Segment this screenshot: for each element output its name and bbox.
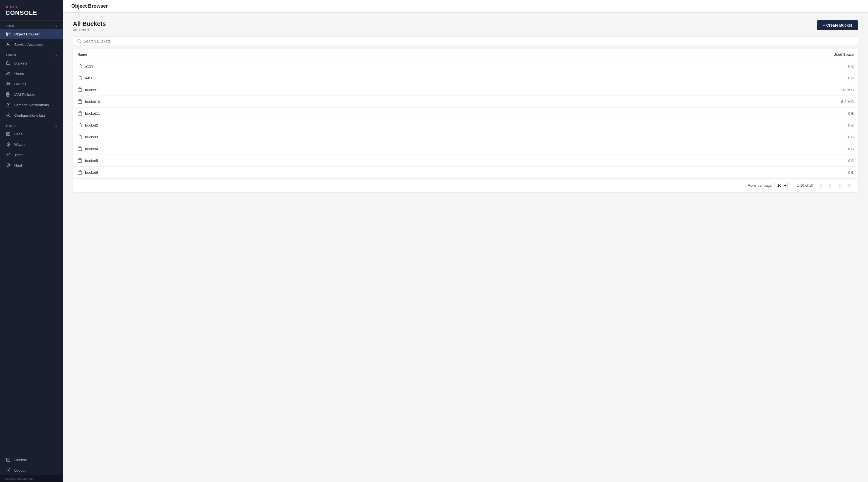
heal-icon [5, 162, 11, 168]
svg-point-8 [9, 72, 10, 73]
watch-icon [5, 142, 11, 147]
svg-line-29 [80, 42, 81, 43]
bucket-name: bucket3 [85, 135, 98, 139]
sidebar-item-service-accounts[interactable]: Service Accounts [0, 39, 63, 50]
search-icon [77, 39, 82, 43]
rows-per-page-control: Rows per page: 10 5 25 50 [748, 182, 787, 189]
table-row[interactable]: a456 0 B [73, 72, 858, 84]
svg-point-10 [8, 83, 9, 84]
sidebar-item-lambda-notifications-label: Lambda Notifications [14, 103, 58, 107]
sidebar-item-watch[interactable]: Watch [0, 139, 63, 150]
breadcrumb: All Buckets [73, 28, 106, 32]
rows-per-page-select[interactable]: 10 5 25 50 [774, 182, 787, 189]
trace-icon [5, 152, 11, 157]
sidebar-item-trace-label: Trace [14, 153, 58, 157]
lambda-icon [5, 102, 11, 108]
main-content: Object Browser All Buckets All Buckets +… [63, 0, 868, 482]
col-used-space-header: Used Space [482, 49, 858, 60]
table-row[interactable]: bucket3 0 B [73, 131, 858, 143]
sidebar-item-trace[interactable]: Trace [0, 150, 63, 160]
bucket-row-icon [78, 99, 82, 104]
bucket-used-space: 0 B [482, 155, 858, 167]
last-page-button[interactable] [845, 183, 852, 188]
search-container [73, 36, 858, 46]
page-title: Object Browser [71, 3, 108, 9]
buckets-table: Name Used Space a123 0 B [73, 49, 858, 178]
config-icon [5, 113, 11, 118]
sidebar-item-object-browser-label: Object Browser [14, 32, 58, 36]
content-area: All Buckets All Buckets + Create Bucket … [63, 12, 868, 482]
table-row[interactable]: bucket10 6.2 MiB [73, 96, 858, 108]
svg-text:MIN: MIN [5, 5, 12, 9]
sidebar-item-users-label: Users [14, 72, 58, 76]
bucket-used-space: 0 B [482, 167, 858, 178]
sidebar-item-groups-label: Groups [14, 82, 58, 86]
sidebar-item-configurations-list-label: Configurations List [14, 113, 58, 118]
sidebar-item-buckets[interactable]: Buckets [0, 58, 63, 68]
bucket-row-icon [78, 158, 82, 163]
svg-rect-35 [78, 124, 82, 127]
sidebar-section-tools: TOOLS ▲ [0, 121, 63, 129]
sidebar-item-object-browser[interactable]: Object Browser [0, 29, 63, 39]
bucket-used-space: 0 B [482, 60, 858, 72]
groups-icon [5, 81, 11, 87]
prev-page-button[interactable] [827, 183, 834, 188]
svg-rect-37 [78, 148, 82, 151]
sidebar-item-buckets-label: Buckets [14, 61, 58, 65]
sidebar-item-lambda-notifications[interactable]: Lambda Notifications [0, 100, 63, 110]
bucket-row-icon [78, 146, 82, 151]
sidebar-item-users[interactable]: Users [0, 68, 63, 79]
buckets-table-body: a123 0 B a456 0 B [73, 60, 858, 178]
page-header: Object Browser [63, 0, 868, 12]
table-row[interactable]: bucket1 113 MiB [73, 84, 858, 96]
account-icon [5, 42, 11, 47]
bucket-used-space: 0 B [482, 119, 858, 131]
sidebar-bottom: License Logout localhost:5000/groups [0, 455, 63, 482]
bucket-name: bucket4 [85, 147, 98, 151]
create-bucket-button[interactable]: + Create Bucket [817, 20, 858, 30]
table-row[interactable]: bucket5 0 B [73, 155, 858, 167]
svg-point-5 [7, 43, 9, 44]
svg-rect-32 [78, 89, 82, 92]
sidebar-item-logs[interactable]: Logs [0, 129, 63, 139]
sidebar-item-license[interactable]: License [0, 455, 63, 465]
next-page-button[interactable] [836, 183, 843, 188]
table-row[interactable]: bucket4 0 B [73, 143, 858, 155]
first-page-button[interactable] [817, 183, 825, 188]
bucket-used-space: 113 MiB [482, 84, 858, 96]
sidebar-section-user: USER ▲ [0, 21, 63, 29]
bucket-name: bucket5 [85, 159, 98, 163]
all-buckets-title-block: All Buckets All Buckets [73, 20, 106, 32]
logo-console: CONSOLE [5, 9, 58, 17]
sidebar-section-admin: ADMIN ▲ [0, 50, 63, 58]
logout-icon [5, 468, 11, 473]
table-row[interactable]: a123 0 B [73, 60, 858, 72]
sidebar-item-logout[interactable]: Logout [0, 465, 63, 475]
bucket-row-icon [78, 87, 82, 92]
svg-point-7 [7, 72, 8, 73]
bucket-row-icon [78, 123, 82, 128]
sidebar-item-iam-policies[interactable]: IAM Policies [0, 89, 63, 100]
sidebar-item-license-label: License [14, 458, 27, 462]
sidebar-item-groups[interactable]: Groups [0, 79, 63, 89]
table-row[interactable]: bucket2 0 B [73, 119, 858, 131]
svg-rect-30 [78, 65, 82, 68]
bucket-name: a456 [85, 76, 93, 80]
svg-point-9 [7, 83, 8, 84]
table-row[interactable]: bucket11 0 B [73, 108, 858, 119]
table-row[interactable]: bucket6 0 B [73, 167, 858, 178]
bucket-used-space: 0 B [482, 108, 858, 119]
logs-icon [5, 131, 11, 137]
search-input[interactable] [84, 39, 854, 43]
svg-point-13 [8, 115, 9, 116]
svg-rect-36 [78, 136, 82, 139]
tools-section-chevron: ▲ [55, 125, 58, 128]
all-buckets-title: All Buckets [73, 20, 106, 27]
bucket-name: bucket6 [85, 171, 98, 175]
svg-rect-39 [78, 171, 82, 174]
sidebar-item-configurations-list[interactable]: Configurations List [0, 110, 63, 121]
sidebar-item-heal[interactable]: Heal [0, 160, 63, 171]
bucket-used-space: 0 B [482, 131, 858, 143]
sidebar-logo: MIN IO CONSOLE [0, 0, 63, 21]
sidebar-item-service-accounts-label: Service Accounts [14, 42, 58, 47]
